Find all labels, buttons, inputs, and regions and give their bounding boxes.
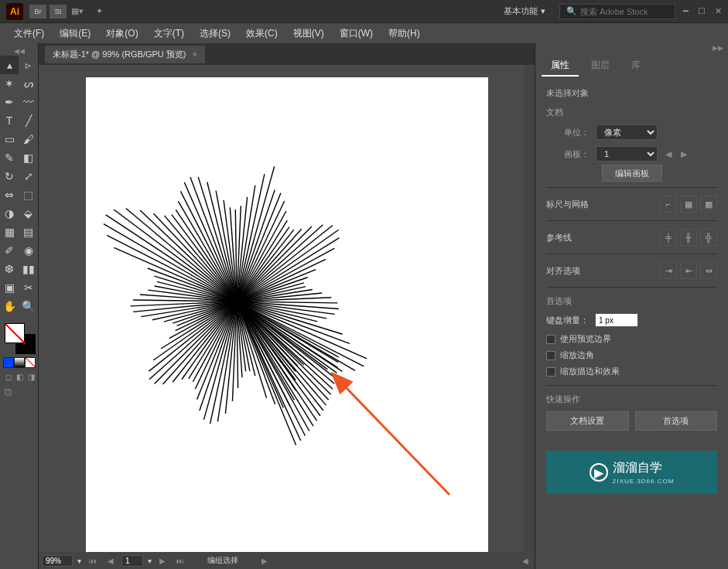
selection-tool[interactable]: ▴ — [0, 56, 19, 74]
artboard-page-input[interactable] — [121, 555, 143, 567]
draw-normal-icon[interactable]: ◻ — [3, 371, 13, 382]
rotate-tool[interactable]: ↻ — [0, 167, 19, 186]
window-close-icon[interactable]: ✕ — [715, 6, 722, 16]
search-input[interactable] — [580, 7, 668, 16]
edit-artboard-button[interactable]: 编辑画板 — [602, 165, 662, 182]
zoom-tool[interactable]: 🔍 — [19, 297, 38, 315]
menu-type[interactable]: 文字(T) — [146, 24, 192, 43]
eyedropper-tool[interactable]: ✐ — [0, 241, 19, 260]
screen-mode-icon[interactable]: ⿻ — [3, 387, 14, 397]
smart-guides-icon[interactable]: ╬ — [700, 229, 717, 246]
perspective-grid-tool[interactable]: ⬙ — [19, 204, 38, 223]
snap-grid-icon[interactable]: ⇔ — [700, 262, 717, 279]
artboard-next-icon[interactable]: ▶ — [679, 149, 689, 159]
artboard-page-dropdown-icon[interactable]: ▾ — [148, 557, 152, 565]
direct-selection-tool[interactable]: ▹ — [19, 56, 38, 74]
shape-builder-tool[interactable]: ◑ — [0, 204, 19, 223]
scale-tool[interactable]: ⤢ — [19, 167, 38, 186]
hscroll-left-icon[interactable]: ◀ — [519, 557, 531, 565]
none-mode-swatch[interactable] — [25, 357, 36, 368]
fill-swatch[interactable] — [5, 323, 25, 343]
canvas-viewport[interactable]: ▾ ⏮ ◀ ▾ ▶ ⏭ 编组选择 ▶ ◀ — [39, 65, 535, 569]
last-artboard-icon[interactable]: ⏭ — [173, 557, 187, 565]
next-artboard-icon[interactable]: ▶ — [156, 557, 169, 565]
pen-tool[interactable]: ✒ — [0, 93, 19, 111]
scale-corners-label: 缩放边角 — [560, 349, 594, 361]
guides-show-icon[interactable]: ╪ — [660, 229, 677, 246]
fill-stroke-swatch[interactable] — [5, 323, 36, 354]
units-select[interactable]: 像素 — [596, 124, 658, 140]
width-tool[interactable]: ⇔ — [0, 186, 19, 204]
grid-toggle-icon[interactable]: ▦ — [680, 196, 697, 213]
tab-layers[interactable]: 图层 — [582, 56, 619, 77]
tab-properties[interactable]: 属性 — [542, 56, 579, 77]
eraser-tool[interactable]: ◧ — [19, 148, 38, 167]
menu-view[interactable]: 视图(V) — [285, 24, 332, 43]
document-tab-title: 未标题-1* @ 99% (RGB/GPU 预览) — [53, 49, 186, 60]
ruler-toggle-icon[interactable]: ⌐ — [660, 196, 677, 213]
paintbrush-tool[interactable]: 🖌 — [19, 130, 38, 148]
menu-object[interactable]: 对象(O) — [98, 24, 145, 43]
menu-window[interactable]: 窗口(W) — [332, 24, 381, 43]
tools-collapse-icon[interactable]: ◀◀ — [0, 46, 38, 56]
menu-effect[interactable]: 效果(C) — [238, 24, 285, 43]
tab-libraries[interactable]: 库 — [622, 56, 650, 77]
prev-artboard-icon[interactable]: ◀ — [104, 557, 117, 565]
draw-behind-icon[interactable]: ◧ — [15, 371, 25, 382]
scale-strokes-checkbox[interactable] — [546, 367, 555, 376]
magic-wand-tool[interactable]: ✶ — [0, 74, 19, 93]
type-tool[interactable]: T — [0, 111, 19, 130]
rectangle-tool[interactable]: ▭ — [0, 130, 19, 148]
window-maximize-icon[interactable]: ☐ — [698, 6, 706, 16]
guides-lock-icon[interactable]: ╫ — [680, 229, 697, 246]
slice-tool[interactable]: ✂ — [19, 278, 38, 297]
artboard-prev-icon[interactable]: ◀ — [664, 149, 673, 159]
gradient-tool[interactable]: ▤ — [19, 223, 38, 241]
keyboard-increment-input[interactable] — [595, 313, 638, 327]
use-preview-bounds-checkbox[interactable] — [546, 335, 555, 344]
column-graph-tool[interactable]: ▮▮ — [19, 260, 38, 278]
hand-tool[interactable]: ✋ — [0, 297, 19, 315]
transparency-grid-icon[interactable]: ▩ — [700, 196, 717, 213]
stock-launcher[interactable]: St — [50, 5, 67, 19]
artboard-tool[interactable]: ▣ — [0, 278, 19, 297]
menu-file[interactable]: 文件(F) — [6, 24, 52, 43]
snap-point-icon[interactable]: ⇤ — [680, 262, 697, 279]
gpu-preview-icon[interactable]: ✦ — [91, 4, 107, 19]
menu-edit[interactable]: 编辑(E) — [52, 24, 98, 43]
window-minimize-icon[interactable]: ━ — [683, 6, 689, 16]
bridge-launcher[interactable]: Br — [29, 5, 46, 19]
scale-corners-checkbox[interactable] — [546, 351, 555, 360]
search-stock-field[interactable]: 🔍 — [559, 4, 675, 19]
free-transform-tool[interactable]: ⬚ — [19, 186, 38, 204]
lasso-tool[interactable]: ᔕ — [19, 74, 38, 93]
arrange-documents-icon[interactable]: ▦▾ — [70, 4, 85, 19]
workspace-switcher[interactable]: 基本功能 ▾ — [497, 4, 552, 19]
line-tool[interactable]: ╱ — [19, 111, 38, 130]
vertical-scrollbar[interactable] — [524, 65, 535, 554]
preferences-button[interactable]: 首选项 — [635, 411, 718, 431]
draw-inside-icon[interactable]: ◨ — [26, 371, 36, 382]
gradient-mode-swatch[interactable] — [14, 357, 25, 368]
mesh-tool[interactable]: ▦ — [0, 223, 19, 241]
first-artboard-icon[interactable]: ⏮ — [86, 557, 100, 565]
close-tab-icon[interactable]: × — [193, 49, 197, 59]
artwork-radial-lines[interactable] — [86, 77, 488, 557]
shaper-tool[interactable]: ✎ — [0, 148, 19, 167]
artboard[interactable] — [86, 77, 488, 557]
status-dropdown-icon[interactable]: ▶ — [258, 557, 271, 565]
document-tab[interactable]: 未标题-1* @ 99% (RGB/GPU 预览) × — [45, 46, 205, 63]
zoom-input[interactable] — [42, 555, 73, 567]
zoom-dropdown-icon[interactable]: ▾ — [77, 557, 81, 565]
menu-help[interactable]: 帮助(H) — [381, 24, 428, 43]
blend-tool[interactable]: ◉ — [19, 241, 38, 260]
snap-pixel-icon[interactable]: ⇥ — [660, 262, 677, 279]
curvature-tool[interactable]: 〰 — [19, 93, 38, 111]
symbol-sprayer-tool[interactable]: ❆ — [0, 260, 19, 278]
artboard-select[interactable]: 1 — [596, 146, 658, 162]
color-mode-swatch[interactable] — [3, 357, 14, 368]
document-setup-button[interactable]: 文档设置 — [546, 411, 629, 431]
panel-collapse-icon[interactable]: ▶▶ — [535, 43, 728, 53]
artboard-label: 画板： — [546, 148, 590, 160]
menu-select[interactable]: 选择(S) — [192, 24, 238, 43]
